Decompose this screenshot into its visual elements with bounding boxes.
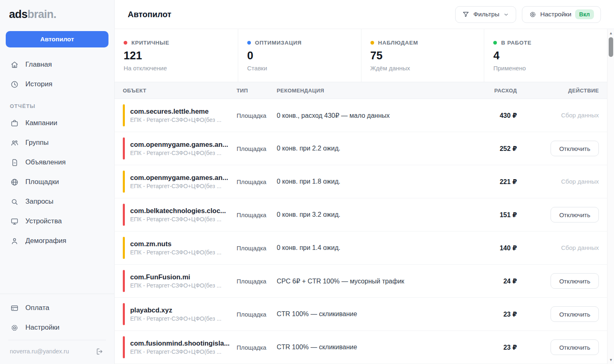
severity-bar xyxy=(123,303,125,325)
briefcase-icon xyxy=(10,119,19,128)
disable-button[interactable]: Отключить xyxy=(551,306,599,322)
object-cell: com.secures.lettle.heme ЕПК - Ретаргет-С… xyxy=(123,104,237,126)
object-cell: com.openmygame.games.an... ЕПК - Ретарге… xyxy=(123,137,237,160)
action-cell: Сбор данных xyxy=(517,244,599,252)
table-row: com.FunFusion.mi ЕПК - Ретаргет-СЗФО+ЦФО… xyxy=(115,265,607,298)
object-type: Площадка xyxy=(237,245,277,252)
account-row: noverra.ru@yandex.ru xyxy=(0,340,114,364)
page-header: Автопилот Фильтры Настройки Вкл xyxy=(115,0,614,29)
collecting-data-label: Сбор данных xyxy=(561,178,599,185)
settings-button-label: Настройки xyxy=(540,11,571,18)
spend-value: 151 ₽ xyxy=(447,211,517,219)
object-name: com.openmygame.games.an... xyxy=(130,141,228,148)
severity-bar xyxy=(123,237,125,259)
person-icon xyxy=(10,236,19,245)
spend-value: 23 ₽ xyxy=(447,344,517,351)
stat-label: В РАБОТЕ xyxy=(501,40,531,46)
document-icon xyxy=(10,158,19,167)
severity-bar xyxy=(123,137,125,160)
severity-bar xyxy=(123,204,125,226)
object-campaign: ЕПК - Ретаргет-СЗФО+ЦФО(без ... xyxy=(130,117,221,123)
object-campaign: ЕПК - Ретаргет-СЗФО+ЦФО(без ... xyxy=(130,183,228,189)
page-title: Автопилот xyxy=(128,10,172,19)
sidebar-item-payment[interactable]: Оплата xyxy=(0,298,114,318)
brand-logo-primary: ads xyxy=(9,8,27,20)
logout-icon[interactable] xyxy=(95,347,104,356)
sidebar-item-ads[interactable]: Объявления xyxy=(0,153,114,172)
brand-logo: adsbrain. xyxy=(0,8,114,21)
sidebar-item-label: История xyxy=(25,80,52,88)
object-cell: playabcd.xyz ЕПК - Ретаргет-СЗФО+ЦФО(без… xyxy=(123,303,237,325)
stat-card-observing: НАБЛЮДАЕМ 75 Ждём данных xyxy=(361,29,484,82)
stat-label: ОПТИМИЗАЦИЯ xyxy=(255,40,302,46)
object-campaign: ЕПК - Ретаргет-СЗФО+ЦФО(без ... xyxy=(130,315,221,322)
recommendation-text: 0 конв. при 3.2 ожид. xyxy=(277,211,447,218)
table-row: com.secures.lettle.heme ЕПК - Ретаргет-С… xyxy=(115,99,607,132)
sidebar-item-settings[interactable]: Настройки xyxy=(0,318,114,337)
status-dot-red xyxy=(124,41,127,45)
recommendation-text: 0 конв. при 1.4 ожид. xyxy=(277,244,447,252)
group-icon xyxy=(10,138,19,147)
table-row: com.fusionmind.shootingisla... ЕПК - Рет… xyxy=(115,331,607,364)
disable-button[interactable]: Отключить xyxy=(551,207,599,222)
spend-value: 430 ₽ xyxy=(447,112,517,119)
monitor-icon xyxy=(10,217,19,226)
status-dot-yellow xyxy=(370,41,374,45)
reports-section-label: ОТЧЁТЫ xyxy=(0,103,114,109)
disable-button[interactable]: Отключить xyxy=(551,141,599,156)
disable-button[interactable]: Отключить xyxy=(551,273,599,289)
col-header-type: ТИП xyxy=(237,88,277,94)
sidebar-item-label: Объявления xyxy=(25,158,65,166)
gear-icon xyxy=(529,11,537,18)
table-header: ОБЪЕКТ ТИП РЕКОМЕНДАЦИЯ РАСХОД ДЕЙСТВИЕ xyxy=(115,82,607,99)
recommendation-text: CTR 100% — скликивание xyxy=(277,344,447,351)
sidebar-item-home[interactable]: Главная xyxy=(0,55,114,74)
action-cell: Отключить xyxy=(517,306,599,322)
sidebar-item-label: Демография xyxy=(25,237,66,245)
sidebar-item-queries[interactable]: Запросы xyxy=(0,192,114,211)
scrollbar-thumb[interactable] xyxy=(609,37,613,57)
sidebar-item-label: Группы xyxy=(25,139,49,147)
object-name: playabcd.xyz xyxy=(130,306,221,314)
object-name: com.belkatechnologies.cloc... xyxy=(130,207,226,215)
settings-button[interactable]: Настройки Вкл xyxy=(522,6,601,23)
header-actions: Фильтры Настройки Вкл xyxy=(455,6,601,23)
scroll-down-icon[interactable]: ▼ xyxy=(607,358,614,362)
action-cell: Отключить xyxy=(517,207,599,222)
stat-sublabel: Ждём данных xyxy=(370,65,474,72)
filters-button[interactable]: Фильтры xyxy=(455,6,516,23)
severity-bar xyxy=(123,171,125,193)
recommendation-text: 0 конв., расход 430₽ — мало данных xyxy=(277,112,447,119)
collecting-data-label: Сбор данных xyxy=(561,244,599,251)
stat-value: 4 xyxy=(493,49,597,62)
sidebar-item-label: Настройки xyxy=(25,324,59,332)
col-header-object: ОБЪЕКТ xyxy=(123,88,237,94)
object-type: Площадка xyxy=(237,112,277,119)
stat-sublabel: На отключение xyxy=(124,65,228,72)
sidebar-item-label: Оплата xyxy=(25,304,49,312)
col-header-recommendation: РЕКОМЕНДАЦИЯ xyxy=(277,88,447,94)
sidebar-item-label: Запросы xyxy=(25,198,54,206)
status-cards: КРИТИЧНЫЕ 121 На отключение ОПТИМИЗАЦИЯ … xyxy=(115,29,607,82)
stat-value: 0 xyxy=(247,49,351,62)
col-header-spend: РАСХОД xyxy=(447,88,517,94)
sidebar-item-history[interactable]: История xyxy=(0,74,114,94)
object-campaign: ЕПК - Ретаргет-СЗФО+ЦФО(без ... xyxy=(130,348,230,355)
sidebar-item-groups[interactable]: Группы xyxy=(0,133,114,153)
autopilot-button[interactable]: Автопилот xyxy=(6,31,108,47)
sidebar-nav: Главная История ОТЧЁТЫ Кампании Группы xyxy=(0,55,114,251)
action-cell: Сбор данных xyxy=(517,112,599,119)
sidebar-item-campaigns[interactable]: Кампании xyxy=(0,113,114,133)
sidebar-item-demography[interactable]: Демография xyxy=(0,231,114,251)
action-cell: Отключить xyxy=(517,339,599,355)
brand-logo-secondary: brain. xyxy=(27,8,56,20)
scroll-up-icon[interactable]: ▲ xyxy=(607,31,614,35)
disable-button[interactable]: Отключить xyxy=(551,339,599,355)
sidebar-item-label: Площадки xyxy=(25,178,59,186)
action-cell: Отключить xyxy=(517,273,599,289)
vertical-scrollbar[interactable]: ▲ ▼ xyxy=(607,29,614,364)
object-type: Площадка xyxy=(237,211,277,218)
sidebar-item-placements[interactable]: Площадки xyxy=(0,172,114,192)
sidebar-item-devices[interactable]: Устройства xyxy=(0,211,114,231)
funnel-icon xyxy=(462,11,470,18)
